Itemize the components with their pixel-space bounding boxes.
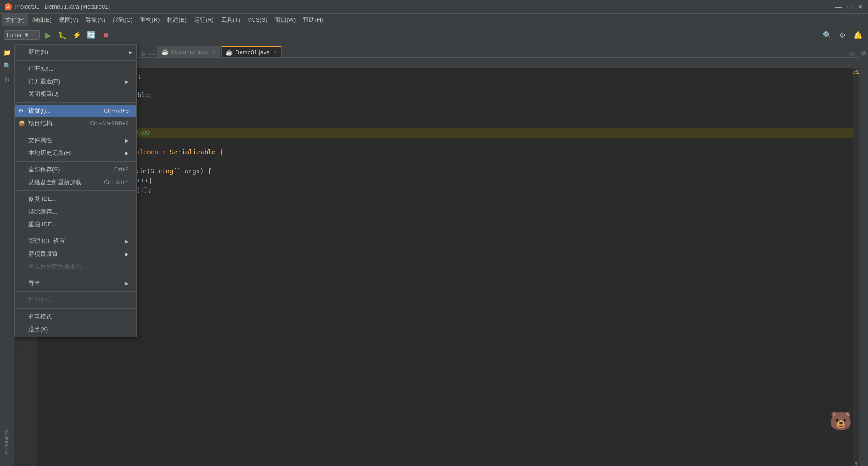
settings-sidebar-icon[interactable]: ⚙: [1, 73, 14, 86]
code-line-7: * @create 2022-02-10 19:08: [46, 128, 853, 138]
code-line-9: ▶ public class Demo01 implements Seriali…: [46, 147, 853, 157]
find-icon[interactable]: 🔍: [1, 60, 14, 72]
right-panel-label[interactable]: 结: [859, 44, 868, 48]
menu-edit[interactable]: 编辑(E): [28, 14, 55, 26]
menu-item-exit[interactable]: 退出(X): [15, 323, 136, 336]
code-line-17: [46, 223, 853, 233]
stop-button[interactable]: ■: [99, 29, 112, 42]
menu-item-save-as-template: 将文件另存为模板(L)...: [15, 260, 136, 273]
maximize-button[interactable]: □: [846, 4, 853, 10]
code-line-4: [46, 100, 853, 109]
run-button[interactable]: ▶: [42, 29, 54, 42]
menu-tools[interactable]: 工具(T): [217, 14, 244, 26]
code-line-2: [46, 81, 853, 90]
tab-customer[interactable]: ☕ Customer.java ✕: [157, 46, 220, 57]
code-line-8: */: [46, 138, 853, 147]
run-with-coverage-button[interactable]: ⚡: [71, 29, 83, 42]
java-file-icon-demo01: ☕: [226, 49, 232, 55]
right-sidebar: 结: [859, 44, 868, 466]
menu-item-restart-ide[interactable]: 重启 IDE...: [15, 218, 136, 231]
menu-item-save-all[interactable]: 全部保存(S) Ctrl+S: [15, 163, 136, 176]
profile-button[interactable]: 🔄: [85, 29, 98, 42]
menu-run[interactable]: 运行(R): [190, 14, 217, 26]
menu-item-open[interactable]: 打开(O)...: [15, 62, 136, 75]
editor-tabs-right: ≫: [847, 51, 859, 57]
window-title: Project01 - Demo01.java [Module01]: [14, 3, 110, 10]
code-line-13: System.out.println(i);: [46, 185, 853, 195]
code-line-3: import java.io.Serializable;: [46, 90, 853, 100]
menu-item-project-structure[interactable]: 📦 项目结构... Ctrl+Alt+Shift+S: [15, 117, 136, 130]
menu-item-power-save[interactable]: 省电模式: [15, 310, 136, 323]
run-config-dropdown[interactable]: tomer ▼: [4, 30, 40, 40]
code-line-14: }: [46, 195, 853, 204]
tab-demo01-close[interactable]: ✕: [273, 49, 277, 55]
menu-item-open-recent[interactable]: 打开最近(R) ▶: [15, 75, 136, 88]
toolbar: tomer ▼ ▶ 🐛 ⚡ 🔄 ■ 🔍 ⚙ 🔔: [0, 26, 868, 44]
menu-item-reload-all[interactable]: 从磁盘全部重新加载 Ctrl+Alt+Y: [15, 176, 136, 189]
settings-button[interactable]: ⚙: [836, 29, 849, 42]
menu-help[interactable]: 帮助(H): [299, 14, 326, 26]
bookmarks-label[interactable]: Bookmarks: [5, 426, 10, 458]
editor-breadcrumb: Project01: [14, 58, 859, 68]
chevron-down-icon: ▼: [24, 32, 29, 38]
menu-vcs[interactable]: VCS(S): [244, 14, 271, 25]
menu-item-repair-ide[interactable]: 修复 IDE...: [15, 193, 136, 205]
tab-overflow-icon[interactable]: ≫: [847, 51, 857, 57]
code-line-11: ▶ public static void main(String[] args)…: [46, 166, 853, 176]
code-editor: 1 2 3 4 5 6 7 8 9 10 11 12 13 14 15 16 1…: [14, 68, 859, 466]
title-bar-controls: — □ ✕: [835, 4, 863, 10]
code-content[interactable]: package com.atguigu.bean; import java.io…: [37, 68, 853, 466]
code-line-6: * @author RZZ: [46, 119, 853, 128]
menu-window[interactable]: 窗口(W): [271, 14, 300, 26]
menu-item-clear-cache[interactable]: 清除缓存...: [15, 205, 136, 218]
tab-demo01[interactable]: ☕ Demo01.java ✕: [221, 46, 282, 57]
toolbar-separator: [116, 31, 116, 40]
title-bar: J Project01 - Demo01.java [Module01] — □…: [0, 0, 868, 14]
code-line-1: package com.atguigu.bean;: [46, 71, 853, 81]
split-tab-icon[interactable]: —: [147, 51, 157, 57]
close-button[interactable]: ✕: [857, 4, 863, 10]
settings-tab-icon[interactable]: ⚙: [138, 51, 147, 57]
tab-demo01-label: Demo01.java: [235, 49, 270, 56]
tab-customer-close[interactable]: ✕: [211, 49, 215, 55]
app-logo: J: [5, 3, 12, 10]
menu-item-file-properties[interactable]: 文件属性 ▶: [15, 134, 136, 147]
notifications-button[interactable]: 🔔: [852, 29, 864, 42]
menu-navigate[interactable]: 导航(N): [82, 14, 109, 26]
menu-item-settings[interactable]: ⚙ 设置(I)... Ctrl+Alt+S: [15, 105, 136, 117]
title-bar-left: J Project01 - Demo01.java [Module01]: [5, 3, 110, 10]
code-line-10: [46, 157, 853, 166]
code-line-5: /**: [46, 109, 853, 119]
editor-tabs: ⚙ — ☕ Customer.java ✕ ☕ Demo01.java ✕ ≫: [137, 44, 859, 58]
code-line-15: }: [46, 204, 853, 214]
menu-item-close-project[interactable]: 关闭项目(J): [15, 88, 136, 100]
menu-build[interactable]: 构建(B): [163, 14, 190, 26]
scroll-up-arrow[interactable]: ▲: [853, 68, 859, 73]
scroll-down-arrow[interactable]: ▼: [853, 461, 859, 466]
code-line-12: for (int i=0;i<100;i++){: [46, 176, 853, 185]
search-button[interactable]: 🔍: [821, 29, 834, 42]
menu-bar: 文件(F) 编辑(E) 视图(V) 导航(N) 代码(C) 重构(R) 构建(B…: [0, 14, 868, 26]
minimize-button[interactable]: —: [835, 4, 842, 10]
structure-label[interactable]: 结构: [4, 459, 10, 466]
menu-view[interactable]: 视图(V): [55, 14, 82, 26]
menu-file[interactable]: 文件(F): [2, 14, 28, 26]
left-sidebar: 📁 🔍 ⚙ Bookmarks 结构: [0, 44, 14, 466]
decorative-sticker: 🐻: [823, 403, 859, 439]
file-dropdown-menu: ▶ 新建(N) 打开(O)... 打开最近(R) ▶ 关闭项目(J): [14, 44, 137, 337]
menu-item-new-project-settings[interactable]: 新项目设置 ▶: [15, 247, 136, 260]
menu-item-manage-ide[interactable]: 管理 IDE 设置 ▶: [15, 235, 136, 247]
tab-customer-label: Customer.java: [171, 48, 208, 55]
menu-item-export[interactable]: 导出 ▶: [15, 277, 136, 290]
menu-item-print: 打印(P)...: [15, 294, 136, 306]
menu-item-local-history[interactable]: 本地历史记录(H) ▶: [15, 147, 136, 159]
project-icon[interactable]: 📁: [1, 46, 14, 59]
run-config-label: tomer: [7, 32, 22, 38]
menu-code[interactable]: 代码(C): [109, 14, 136, 26]
debug-button[interactable]: 🐛: [56, 29, 69, 42]
java-file-icon-customer: ☕: [162, 49, 168, 55]
code-line-16: }: [46, 214, 853, 223]
menu-refactor[interactable]: 重构(R): [136, 14, 163, 26]
menu-item-new[interactable]: ▶ 新建(N): [15, 46, 136, 58]
